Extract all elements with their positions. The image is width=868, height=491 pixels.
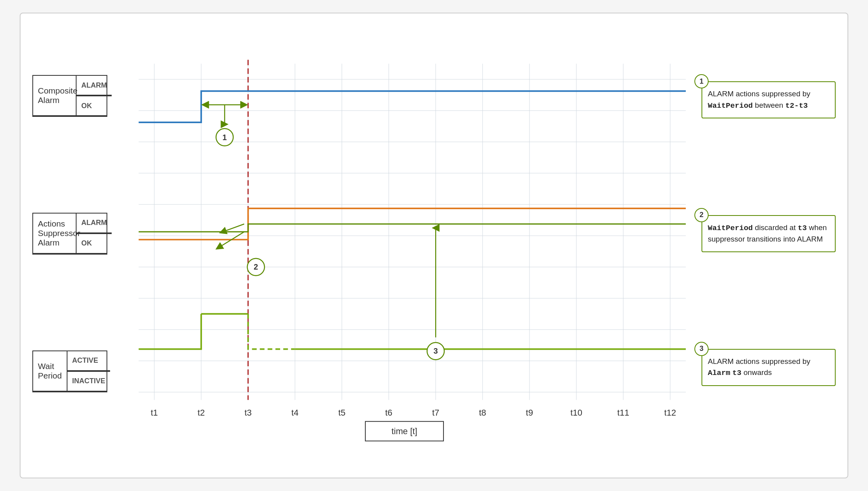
t8-label: t8 [479,408,486,418]
arrow-2-line-b [223,224,244,232]
annotation-box-1: 1 ALARM actions suppressed by WaitPeriod… [702,81,836,118]
composite-alarm-state-alarm: ALARM [77,76,112,96]
diagram-container: Composite Alarm ALARM OK Actions Suppres… [20,13,848,478]
suppressor-alarm-green-line [138,224,686,232]
t7-label: t7 [432,408,439,418]
annotation-text-2: WaitPeriod discarded at t3 when suppress… [708,223,827,244]
t3-label: t3 [245,408,252,418]
annotation-box-2: 2 WaitPeriod discarded at t3 when suppre… [702,215,836,252]
wait-period-solid-1 [138,314,201,349]
annotation-text-3: ALARM actions suppressed by Alarm t3 onw… [708,357,810,377]
wait-period-state-inactive: INACTIVE [67,371,110,391]
t6-label: t6 [385,408,392,418]
chart-area: 1 2 3 [115,25,694,466]
t12-label: t12 [664,408,676,418]
annotation-number-1: 1 [694,74,709,88]
t4-label: t4 [292,408,299,418]
circle-3-label: 3 [434,347,438,355]
t9-label: t9 [526,408,533,418]
time-label-text: time [t] [391,426,417,436]
label-wait-period: Wait Period ACTIVE INACTIVE [32,350,107,392]
annotations-column: 1 ALARM actions suppressed by WaitPeriod… [702,25,836,466]
t5-label: t5 [338,408,345,418]
wait-period-title: Wait Period [33,351,67,391]
suppressor-alarm-state-ok: OK [77,233,112,253]
composite-alarm-state-ok: OK [77,96,112,115]
suppressor-alarm-state-alarm: ALARM [77,214,112,233]
t10-label: t10 [571,408,582,418]
t11-label: t11 [617,408,629,418]
composite-alarm-title: Composite Alarm [33,76,77,115]
label-suppressor-alarm: Actions Suppressor Alarm ALARM OK [32,213,107,255]
chart-svg: 1 2 3 [115,25,694,466]
wait-period-state-active: ACTIVE [67,351,110,371]
label-composite-alarm: Composite Alarm ALARM OK [32,75,107,117]
circle-2-label: 2 [254,262,258,271]
t1-label: t1 [151,408,158,418]
composite-alarm-line [138,91,686,122]
annotation-box-3: 3 ALARM actions suppressed by Alarm t3 o… [702,349,836,386]
annotation-number-2: 2 [694,208,709,222]
annotation-number-3: 3 [694,342,709,356]
t2-label: t2 [198,408,205,418]
circle-1-label: 1 [223,133,227,142]
labels-column: Composite Alarm ALARM OK Actions Suppres… [32,25,111,466]
main-content: Composite Alarm ALARM OK Actions Suppres… [32,25,836,466]
annotation-text-1: ALARM actions suppressed by WaitPeriod b… [708,90,810,109]
wait-period-dashed [248,314,295,349]
suppressor-alarm-title: Actions Suppressor Alarm [33,214,77,253]
